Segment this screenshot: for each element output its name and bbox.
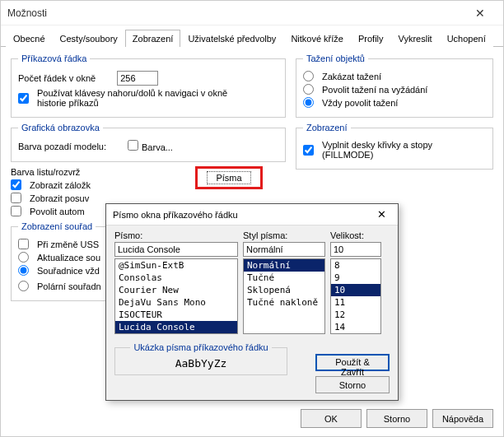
rows-input[interactable] [117,71,158,86]
font-dialog-close-icon[interactable]: ✕ [371,208,391,221]
font-label: Písmo: [114,230,238,240]
style-label: Styl písma: [243,230,325,240]
help-button[interactable]: Nápověda [432,409,493,428]
sample-legend: Ukázka písma příkazového řádku [130,342,271,352]
tab-crosshair[interactable]: Nitkové kříže [283,30,351,47]
group-commandline: Příkazová řádka Počet řádek v okně Použí… [11,53,286,118]
fillmode-label: Vyplnit desky křivky a stopy (FILLMODE) [322,140,486,160]
legend-coord: Zobrazení souřad [18,221,96,231]
ok-button[interactable]: OK [301,409,362,428]
style-input[interactable] [243,242,325,257]
fillmode-checkbox[interactable] [303,145,314,156]
tabs-checkbox[interactable] [11,179,21,190]
tab-display[interactable]: Zobrazení [125,30,181,47]
drag-demand-label: Povolit tažení na vyžádání [322,85,427,95]
usekeys-checkbox[interactable] [18,93,29,104]
bgcolor-label: Barva pozadí modelu: [18,142,106,151]
group-drag: Tažení objektů Zakázat tažení Povolit ta… [296,53,493,118]
usekeys-label: Používat klávesy nahoru/dolů k navigaci … [37,88,251,108]
polar-radio[interactable] [18,281,29,291]
list-item[interactable]: 14 [331,321,380,333]
drag-always-label: Vždy povolit tažení [322,98,398,108]
update-radio[interactable] [18,252,29,263]
font-dialog-title: Písmo okna příkazového řádku [113,210,371,220]
scroll-label: Zobrazit posuv [30,193,89,203]
list-item[interactable]: DejaVu Sans Mono [115,296,237,309]
list-item[interactable]: Tučné [244,272,324,284]
update-label: Aktualizace sou [37,253,100,263]
list-item[interactable]: 11 [331,296,380,309]
sample-group: Ukázka písma příkazového řádku AaBbYyZz [114,342,287,375]
dialog-buttons: OK Storno Nápověda [301,409,493,428]
group-graphics: Grafická obrazovka Barva pozadí modelu: … [11,123,286,162]
drag-demand-radio[interactable] [303,84,314,95]
always-label: Souřadnice vžd [37,266,100,276]
color-checkbox[interactable] [128,140,138,151]
tab-render[interactable]: Vykreslit [391,30,440,47]
always-radio[interactable] [18,265,29,276]
legend-drag: Tažení objektů [303,53,368,63]
font-dialog: Písmo okna příkazového řádku ✕ Písmo: @S… [105,203,399,401]
legend-view: Zobrazení [303,123,351,132]
sheet-color-label: Barva listu/rozvrž [11,167,80,177]
drag-none-radio[interactable] [303,71,314,81]
sample-text: AaBbYyZz [120,357,282,370]
polar-label: Polární souřadn [37,281,101,291]
list-item[interactable]: 12 [331,309,380,321]
tab-general[interactable]: Obecné [6,30,53,47]
style-listbox[interactable]: Normální Tučné Sklopená Tučné nakloně [243,258,325,334]
tabs-label: Zobrazit záložk [30,180,91,190]
list-item[interactable]: 10 [331,284,380,296]
group-view: Zobrazení Vyplnit desky křivky a stopy (… [296,123,493,170]
tab-content: Příkazová řádka Počet řádek v okně Použí… [1,47,503,436]
drag-none-label: Zakázat tažení [322,72,381,81]
titlebar: Možnosti ✕ [1,1,503,26]
font-dialog-titlebar: Písmo okna příkazového řádku ✕ [106,204,398,225]
list-item[interactable]: Consolas [115,272,237,284]
fonts-highlight: Písma [195,166,263,189]
list-item[interactable]: 9 [331,272,380,284]
cancel-button[interactable]: Storno [366,409,427,428]
legend-commandline: Příkazová řádka [18,53,90,63]
close-icon[interactable]: ✕ [464,2,497,25]
tab-userprefs[interactable]: Uživatelské předvolby [180,30,283,47]
legend-graphics: Grafická obrazovka [18,123,103,132]
font-input[interactable] [114,242,238,257]
drag-always-radio[interactable] [303,97,314,108]
rows-label: Počet řádek v okně [18,73,96,83]
list-item[interactable]: @SimSun-ExtB [115,259,237,272]
color-button-label[interactable]: Barva... [142,142,173,152]
ucs-checkbox[interactable] [18,239,29,249]
list-item[interactable]: Sklopená [244,284,324,296]
scroll-checkbox[interactable] [11,193,21,203]
size-input[interactable] [330,242,381,257]
window-title: Možnosti [7,7,464,19]
tab-profiles[interactable]: Profily [351,30,391,47]
auto-checkbox[interactable] [11,206,21,216]
options-window: Možnosti ✕ Obecné Cesty/soubory Zobrazen… [0,0,504,437]
tab-snap[interactable]: Uchopení [440,30,493,47]
size-label: Velikost: [330,230,381,240]
list-item[interactable]: Tučné nakloně [244,296,324,309]
ucs-label: Při změně USS [37,239,99,249]
auto-label: Povolit autom [30,207,85,216]
fonts-button[interactable]: Písma [207,171,250,184]
font-cancel-button[interactable]: Storno [315,376,390,393]
list-item[interactable]: Lucida Console [115,321,237,333]
list-item[interactable]: Normální [244,259,324,272]
font-listbox[interactable]: @SimSun-ExtB Consolas Courier New DejaVu… [114,258,238,334]
tabstrip: Obecné Cesty/soubory Zobrazení Uživatels… [1,26,503,47]
apply-close-button[interactable]: Použít & Zavřít [315,354,390,371]
list-item[interactable]: 8 [331,259,380,272]
tab-paths[interactable]: Cesty/soubory [53,30,125,47]
size-listbox[interactable]: 8 9 10 11 12 14 [330,258,381,334]
list-item[interactable]: ISOCTEUR [115,309,237,321]
list-item[interactable]: Courier New [115,284,237,296]
